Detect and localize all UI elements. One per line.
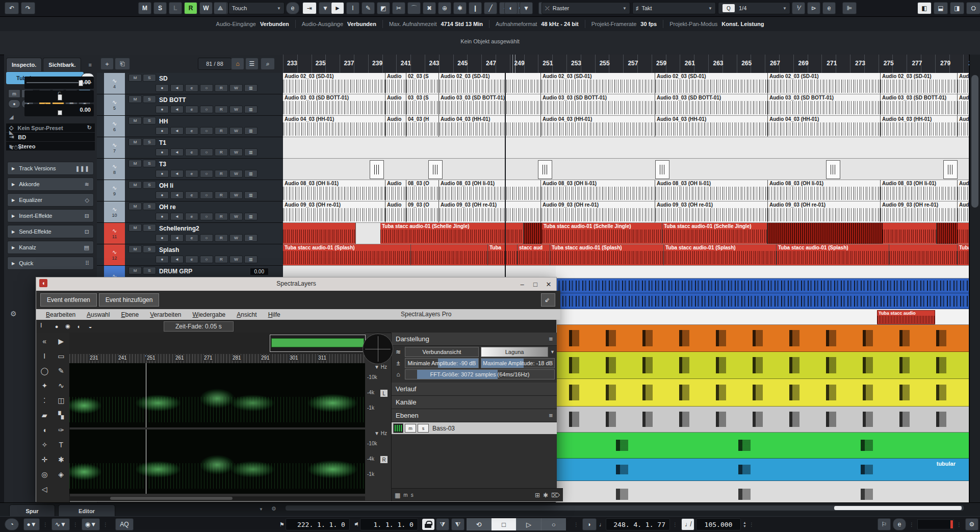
stop-button[interactable]: □ xyxy=(492,518,516,530)
mixdown-lane[interactable] xyxy=(556,325,969,352)
menu-icon[interactable]: ≡ xyxy=(549,412,553,419)
audio-event-red[interactable]: Tuba s xyxy=(958,244,969,265)
read-button[interactable]: R xyxy=(215,213,228,220)
quick-controls-gear-icon[interactable]: ⚙ xyxy=(10,310,17,318)
lanes-button[interactable]: ▥ xyxy=(244,234,257,242)
use-track-preset-button[interactable]: ⎗ xyxy=(115,58,130,70)
audio-event[interactable]: Audio 04_03 (HH-01) xyxy=(283,116,385,137)
auto-quantize-button[interactable]: AQ xyxy=(115,518,134,530)
lower-zone-toggle[interactable]: ⬓ xyxy=(934,2,948,14)
edit-channel-button[interactable]: e xyxy=(286,2,299,14)
horizontal-scrollbar-thumb[interactable] xyxy=(834,506,962,510)
read-button[interactable]: R xyxy=(215,191,228,199)
audio-event[interactable]: Audio xyxy=(958,94,969,115)
write-button[interactable]: W xyxy=(229,127,243,135)
lock-layer-icon[interactable]: ⊞ xyxy=(535,492,540,499)
audio-event[interactable]: Audio 08_03 (OH li-01) xyxy=(283,180,385,201)
audio-event[interactable]: Audio xyxy=(958,73,969,94)
write-button[interactable]: W xyxy=(229,148,243,156)
glue-tool[interactable]: ⌒ xyxy=(407,2,421,14)
vertical-scrollbar[interactable] xyxy=(969,55,980,516)
audio-event-red[interactable]: Tuba stacc audio-01 (Splash) xyxy=(664,244,777,265)
menu-hilfe[interactable]: Hilfe xyxy=(263,311,286,318)
track-row-schellenring2[interactable]: ∿11MSSchellenring2●◄e○RW▥ xyxy=(97,223,283,244)
audio-event-red[interactable]: Tuba stacc audio-01 (Splash) xyxy=(283,244,411,265)
display-section-header[interactable]: Darstellung ≡ xyxy=(392,333,557,346)
info-value[interactable]: Konst. Leistung xyxy=(721,21,764,27)
mixdown-lane[interactable] xyxy=(556,278,969,293)
monitor-button[interactable]: ◄ xyxy=(170,84,184,92)
heal-tool[interactable]: ◖ xyxy=(36,422,53,437)
audio-event[interactable]: Audio xyxy=(385,116,406,137)
audio-event[interactable]: 08_03 (O xyxy=(406,180,439,201)
audio-event[interactable]: Audio 09_03 (OH re-01) xyxy=(439,201,541,222)
track-preset-row[interactable]: ◇ Kein Spur-Preset ↻ xyxy=(6,123,95,132)
menu-auswahl[interactable]: Auswahl xyxy=(81,311,115,318)
undock-button[interactable]: ⇙ xyxy=(541,293,555,307)
fft-size-control[interactable]: FFT-Größe: 3072 samples (64ms/16Hz) xyxy=(405,369,555,379)
mixdown-lane[interactable]: Tuba stacc audio xyxy=(556,309,969,325)
line-tool[interactable]: ╱ xyxy=(484,2,497,14)
audio-event-red[interactable] xyxy=(411,244,488,265)
tempo-up-icon[interactable]: ▲ xyxy=(743,521,746,524)
lanes-button[interactable]: ▥ xyxy=(244,127,257,135)
menu-verarbeiten[interactable]: Verarbeiten xyxy=(144,311,187,318)
lanes-button[interactable]: ▥ xyxy=(244,106,257,113)
brush-selection-tool[interactable]: ✎ xyxy=(53,363,70,378)
track-search-button[interactable]: ⌕ xyxy=(261,58,275,70)
audio-event-red[interactable] xyxy=(937,223,958,244)
selection-new-icon[interactable]: ● xyxy=(51,322,62,331)
hand-tool[interactable]: ✱ xyxy=(53,452,70,467)
punch-out-button[interactable]: ⧨ xyxy=(451,518,465,530)
audio-event[interactable]: Audio 03_03 (SD BOTT-01) xyxy=(439,94,541,115)
audio-event-red[interactable] xyxy=(524,223,542,244)
punch-in-button[interactable]: ⧩ xyxy=(436,518,449,530)
menu-icon[interactable]: ≡ xyxy=(549,335,553,343)
timeline-ruler[interactable]: 2332352372392412432452472492512532552572… xyxy=(283,55,969,73)
right-locator-flag-icon[interactable]: ⚑ xyxy=(354,521,359,528)
zoom-tool[interactable]: ◎ xyxy=(36,467,53,482)
edit-button[interactable]: e xyxy=(185,148,198,156)
track-mute-button[interactable]: M xyxy=(128,160,142,167)
selection-add-icon[interactable]: ◉ xyxy=(63,322,73,331)
mixdown-lane[interactable]: tubular xyxy=(556,459,969,481)
info-value[interactable]: 48 kHz - 24 bit xyxy=(541,21,578,27)
audio-event-red[interactable] xyxy=(883,223,937,244)
audio-event-red[interactable]: Tuba stacc audio-01 (Schelle Jingle) xyxy=(662,223,767,244)
selection-intersect-icon[interactable]: ◒ xyxy=(85,322,95,331)
read-button[interactable]: R xyxy=(215,127,228,135)
maximize-button[interactable]: □ xyxy=(531,280,540,289)
color-tool-button[interactable]: ◐ xyxy=(504,2,518,14)
marker-button[interactable]: ⚐ xyxy=(878,518,891,530)
read-button[interactable]: R xyxy=(215,170,228,178)
read-button[interactable]: R xyxy=(215,148,228,156)
freeze-button[interactable]: ○ xyxy=(200,234,213,242)
audio-event[interactable]: 09_03 (O xyxy=(406,201,439,222)
audiowarp-quantize-button[interactable]: ⊳ xyxy=(807,2,820,14)
mute-tool[interactable]: ✖ xyxy=(423,2,436,14)
volume-slider[interactable]: 0.00 xyxy=(24,77,94,89)
spectrogram-left-channel[interactable] xyxy=(69,363,365,427)
add-event-button[interactable]: Event hinzufügen xyxy=(99,293,160,307)
read-button[interactable]: R xyxy=(215,106,228,113)
record-enable-button[interactable]: ● xyxy=(156,148,169,156)
text-tool[interactable]: T xyxy=(53,437,70,452)
section-send-effekte[interactable]: ▶Send-Effekte⊡ xyxy=(7,225,94,238)
audio-event[interactable]: Audio xyxy=(385,94,406,115)
mixdown-lane[interactable] xyxy=(556,433,969,459)
freeze-button[interactable]: ○ xyxy=(200,106,213,113)
selection-subtract-icon[interactable]: ◐ xyxy=(74,322,84,331)
bars-beats-button[interactable]: ⊫ xyxy=(842,2,857,14)
edit-button[interactable]: e xyxy=(185,234,198,242)
automation-icon-button[interactable]: ⟁ xyxy=(214,2,227,14)
freeze-button[interactable]: ○ xyxy=(200,213,213,220)
track-row-sd-bott[interactable]: ∿5MSSD BOTT●◄e○RW▥ xyxy=(97,94,283,116)
tempo-display[interactable]: 105.000 xyxy=(696,518,741,530)
mixer-edit-button[interactable]: e xyxy=(893,518,906,530)
freeze-button[interactable]: ○ xyxy=(200,84,213,92)
vertical-scrollbar-thumb[interactable] xyxy=(971,75,978,208)
audio-activity-button[interactable]: ∿▼ xyxy=(51,518,70,530)
right-locator-display[interactable]: 1. 1. 1. 0 xyxy=(360,518,418,530)
spray-tool[interactable]: ✧ xyxy=(36,437,53,452)
record-button[interactable]: ○ xyxy=(541,518,566,530)
